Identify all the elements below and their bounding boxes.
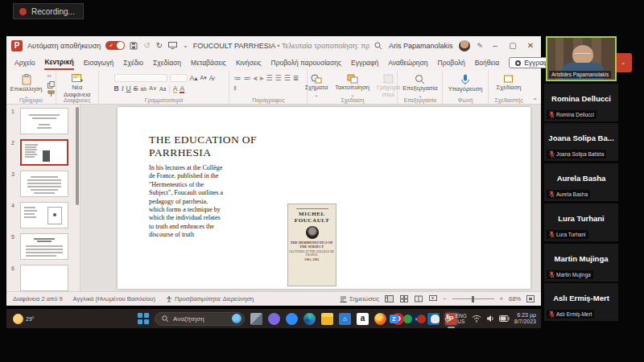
tab-animations[interactable]: Κινήσεις [236, 56, 262, 69]
tab-insert[interactable]: Εισαγωγή [84, 56, 114, 69]
document-title[interactable]: FOUCOULT PARRHESIA • Τελευταία τροποποίη… [193, 42, 369, 50]
maximize-button[interactable]: ▢ [507, 41, 518, 50]
edge-icon[interactable] [303, 313, 316, 325]
slide-body-text[interactable]: In his lectures at the Collège de France… [149, 164, 225, 240]
thumbnail-row[interactable]: 1 [11, 108, 72, 134]
font-color-icon[interactable]: A [180, 84, 184, 93]
fit-slide-icon[interactable] [526, 295, 535, 302]
thumbnail-row[interactable]: 4 [11, 202, 72, 228]
tab-design[interactable]: Σχέδιο [123, 56, 143, 69]
editing-button[interactable]: Επεξεργασία⌄ [400, 73, 440, 100]
slide-thumbnail-3[interactable] [20, 171, 68, 197]
tab-draw[interactable]: Σχεδίαση [153, 56, 181, 69]
align-left-icon[interactable]: ☰ [266, 74, 273, 82]
teams-icon[interactable] [286, 313, 298, 325]
tab-home[interactable]: Κεντρική [44, 56, 73, 70]
accessibility-status[interactable]: Προσβασιμότητα: Διερεύνηση [166, 295, 254, 302]
thumbnail-row[interactable]: 3 [11, 171, 72, 197]
bullets-icon[interactable]: ≔ [233, 74, 241, 82]
dictate-button[interactable]: Υπαγόρευση [446, 73, 485, 94]
account-name[interactable]: Aris Papamanolakis [389, 42, 453, 50]
designer-button[interactable]: Σχεδίαση [494, 73, 524, 93]
participant-tile[interactable]: Aurela Basha Aurela Basha [544, 163, 618, 201]
font-size-select[interactable] [170, 74, 188, 82]
participant-tile[interactable]: Joana Solipa Ba... Joana Solipa Batista [544, 123, 618, 161]
thumbnail-row[interactable]: 2 [11, 139, 72, 166]
taskbar-clock[interactable]: 6:23 μμ8/7/2023 [514, 312, 536, 326]
tab-view[interactable]: Προβολή [438, 56, 465, 69]
onedrive-icon[interactable] [431, 315, 440, 323]
participant-tile[interactable]: Martin Mujinga Martin Mujinga [544, 244, 618, 282]
save-icon[interactable] [130, 42, 138, 50]
participant-tile[interactable]: Aslı Ermiş-Mert Aslı Ermiş-Mert [544, 283, 618, 321]
antivirus-icon[interactable] [417, 315, 426, 323]
zoom-tray-icon[interactable]: Z [390, 315, 398, 323]
slide-thumbnail-2-selected[interactable] [20, 139, 68, 166]
tab-review[interactable]: Αναθεώρηση [388, 56, 427, 69]
normal-view-icon[interactable] [385, 295, 394, 302]
account-avatar[interactable] [459, 40, 470, 51]
zoom-out-button[interactable]: − [443, 295, 446, 302]
chat-icon[interactable] [268, 313, 280, 325]
reading-view-icon[interactable] [415, 295, 423, 302]
file-explorer-icon[interactable] [321, 313, 333, 325]
undo-icon[interactable]: ↺ [143, 41, 150, 50]
start-button[interactable] [138, 313, 149, 324]
cut-icon[interactable]: ✂ [47, 73, 55, 80]
copy-icon[interactable] [47, 81, 55, 88]
participant-tile[interactable]: Lura Turhani Lura Turhani [544, 204, 618, 241]
justify-icon[interactable]: ≣ [293, 74, 299, 82]
slideshow-view-icon[interactable] [429, 295, 437, 302]
current-slide[interactable]: THE EDUCATION OF PARRHESIA In his lectur… [118, 107, 530, 289]
slide-thumbnail-4[interactable] [20, 202, 68, 228]
participant-tile[interactable]: Romina Dellucci Romina Dellucci [544, 84, 618, 121]
shapes-button[interactable]: Σχήματα⌄ [303, 73, 331, 99]
defender-icon[interactable] [403, 315, 412, 323]
task-view-icon[interactable] [250, 313, 262, 325]
slide-thumbnail-5[interactable] [20, 233, 68, 260]
highlight-color-icon[interactable]: A [173, 84, 178, 93]
close-button[interactable]: ✕ [525, 41, 536, 50]
zoom-level[interactable]: 68% [509, 295, 521, 302]
slide-thumbnail-6[interactable] [20, 265, 68, 291]
recording-badge[interactable]: Recording... [13, 3, 84, 19]
weather-widget[interactable]: 29° [13, 314, 35, 324]
mic-tray-icon[interactable] [444, 314, 451, 323]
thumbnail-scrollbar[interactable] [76, 107, 79, 205]
amazon-icon[interactable]: a [357, 313, 369, 325]
tab-help[interactable]: Βοήθεια [475, 56, 499, 69]
change-case-icon[interactable]: Aa [159, 86, 167, 92]
columns-icon[interactable]: ⫴ [233, 84, 236, 93]
indent-increase-icon[interactable]: ⫸ [259, 74, 263, 82]
slide-thumbnail-panel[interactable]: 1 2 [6, 105, 80, 291]
notes-button[interactable]: Σημειώσεις [340, 295, 379, 302]
slide-title[interactable]: THE EDUCATION OF PARRHESIA [149, 134, 278, 159]
taskbar-search[interactable]: Αναζήτηση [155, 312, 245, 326]
tab-file[interactable]: Αρχείο [14, 56, 35, 69]
shrink-font-icon[interactable]: A▾ [200, 75, 206, 81]
text-shadow-button[interactable]: ab [140, 86, 147, 92]
bold-button[interactable]: B [114, 84, 119, 93]
clear-format-icon[interactable]: A̷ [209, 74, 214, 82]
align-center-icon[interactable]: ☰ [275, 74, 282, 82]
thumbnail-row[interactable]: 6 [11, 265, 72, 291]
format-painter-icon[interactable] [47, 90, 55, 97]
book-cover-image[interactable]: MICHEL FOUCAULT THE HERMENEUTICS OF THE … [287, 204, 336, 286]
align-right-icon[interactable]: ☰ [284, 74, 291, 82]
quick-access-menu-icon[interactable]: ⌄ [183, 42, 188, 49]
tab-transitions[interactable]: Μεταβάσεις [191, 56, 226, 69]
video-tile-active-speaker[interactable]: Aristides Papamanolakis [546, 36, 617, 81]
battery-icon[interactable] [499, 315, 510, 322]
numbering-icon[interactable]: ≕ [243, 74, 250, 82]
volume-icon[interactable] [486, 315, 494, 323]
tray-chevron-icon[interactable]: ⌃ [379, 315, 385, 323]
arrange-button[interactable]: Τακτοποίηση⌄ [332, 73, 372, 99]
strikethrough-button[interactable]: S [134, 84, 138, 93]
language-status[interactable]: Αγγλικά (Ηνωμένου Βασιλείου) [73, 295, 155, 302]
indent-decrease-icon[interactable]: ⫷ [253, 74, 257, 82]
store-icon[interactable]: ⌂ [339, 313, 351, 325]
wifi-icon[interactable] [472, 315, 481, 323]
search-icon[interactable] [374, 42, 382, 50]
grow-font-icon[interactable]: A▴ [190, 74, 198, 82]
ribbon-display-icon[interactable]: ✎ [477, 42, 483, 50]
